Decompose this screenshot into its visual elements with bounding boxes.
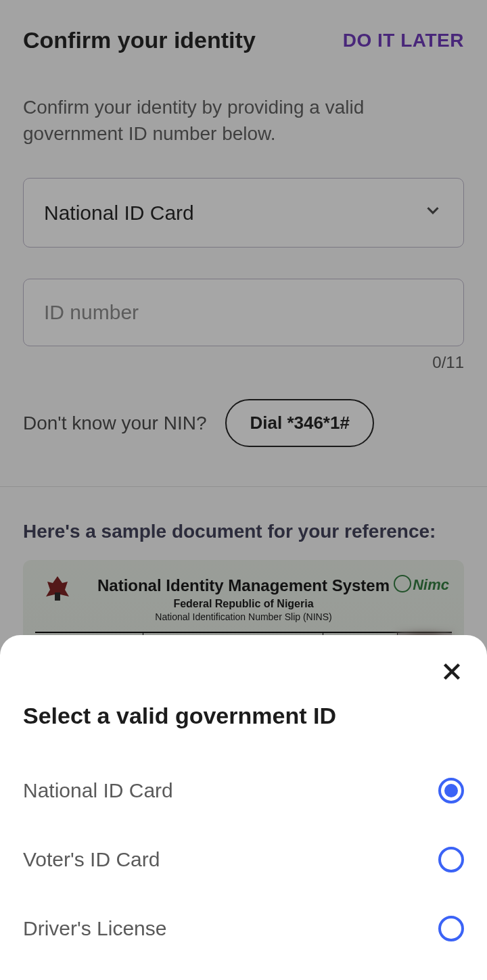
sheet-title: Select a valid government ID [23, 703, 464, 729]
option-voters-id[interactable]: Voter's ID Card [23, 825, 464, 894]
identity-page: Confirm your identity DO IT LATER Confir… [0, 0, 487, 980]
option-national-id[interactable]: National ID Card [23, 756, 464, 825]
id-options-list: National ID Card Voter's ID Card Driver'… [23, 756, 464, 963]
radio-unselected-icon [438, 916, 464, 941]
option-drivers-license[interactable]: Driver's License [23, 894, 464, 963]
radio-unselected-icon [438, 847, 464, 872]
option-label: Driver's License [23, 917, 166, 940]
radio-selected-icon [438, 778, 464, 803]
id-select-bottom-sheet: Select a valid government ID National ID… [0, 635, 487, 980]
option-label: Voter's ID Card [23, 848, 160, 871]
close-icon[interactable] [440, 659, 464, 686]
option-label: National ID Card [23, 779, 173, 802]
